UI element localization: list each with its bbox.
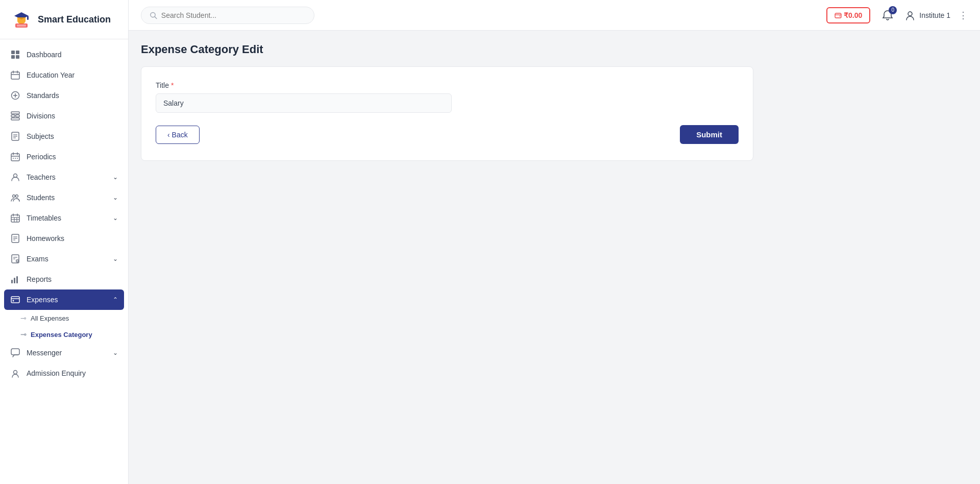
exams-icon [10, 254, 20, 264]
sidebar-item-timetables-label: Timetables [27, 214, 61, 222]
expenses-category-dot [20, 330, 27, 338]
messenger-icon [10, 348, 20, 358]
sidebar-item-students[interactable]: Students ⌄ [0, 187, 128, 208]
svg-rect-9 [11, 72, 19, 79]
sidebar-logo: Smart Education [0, 0, 128, 39]
all-expenses-dot [20, 314, 27, 322]
svg-rect-24 [11, 154, 19, 161]
header: ₹0.00 0 Institute 1 ⋮ [129, 0, 980, 31]
required-indicator: * [171, 81, 174, 89]
sidebar-item-dashboard-label: Dashboard [27, 51, 62, 59]
notification-badge: 0 [889, 6, 897, 14]
sidebar-item-subjects-label: Subjects [27, 132, 54, 140]
user-icon [905, 10, 915, 20]
svg-rect-34 [11, 215, 19, 222]
sidebar: Smart Education Dashboard Education Year… [0, 0, 129, 484]
dashboard-icon [10, 50, 20, 60]
svg-rect-17 [11, 115, 15, 117]
sidebar-item-students-label: Students [27, 193, 55, 202]
svg-rect-18 [16, 115, 19, 117]
header-right: ₹0.00 0 Institute 1 ⋮ [826, 6, 968, 25]
svg-point-28 [13, 158, 14, 159]
teachers-icon [10, 172, 20, 182]
reports-icon [10, 274, 20, 284]
sidebar-item-homeworks[interactable]: Homeworks [0, 228, 128, 249]
sidebar-item-subjects[interactable]: Subjects [0, 126, 128, 147]
svg-rect-54 [19, 275, 19, 283]
sidebar-item-education-year[interactable]: Education Year [0, 65, 128, 85]
svg-rect-6 [16, 51, 19, 54]
sidebar-item-messenger[interactable]: Messenger ⌄ [0, 343, 128, 363]
exams-chevron: ⌄ [113, 255, 118, 262]
svg-rect-7 [11, 55, 15, 59]
sidebar-item-messenger-label: Messenger [27, 349, 62, 357]
svg-point-63 [840, 15, 841, 16]
main-content: ₹0.00 0 Institute 1 ⋮ Expense Category E… [129, 0, 980, 484]
balance-button[interactable]: ₹0.00 [826, 7, 870, 23]
sidebar-item-admission-enquiry-label: Admission Enquiry [27, 369, 86, 377]
svg-point-29 [15, 158, 16, 159]
sidebar-item-exams-label: Exams [27, 255, 48, 263]
sidebar-item-teachers[interactable]: Teachers ⌄ [0, 167, 128, 187]
svg-point-64 [908, 12, 912, 16]
sidebar-item-expenses[interactable]: Expenses ⌃ [4, 289, 124, 310]
timetables-icon [10, 213, 20, 223]
form-actions: ‹ Back Submit [156, 125, 739, 144]
search-bar[interactable] [141, 7, 314, 24]
sidebar-item-expenses-category-label: Expenses Category [31, 331, 92, 338]
svg-rect-62 [835, 13, 841, 18]
sidebar-item-divisions[interactable]: Divisions [0, 106, 128, 126]
students-icon [10, 192, 20, 203]
user-menu[interactable]: Institute 1 [905, 10, 950, 20]
balance-amount: ₹0.00 [844, 11, 862, 19]
standards-icon [10, 90, 20, 101]
svg-rect-2 [27, 16, 29, 20]
calendar-icon [10, 70, 20, 80]
divisions-icon [10, 111, 20, 121]
admission-icon [10, 368, 20, 378]
title-input[interactable] [156, 93, 452, 113]
expenses-icon [10, 295, 20, 305]
sidebar-item-education-year-label: Education Year [27, 71, 75, 79]
more-menu-button[interactable]: ⋮ [959, 10, 968, 21]
page-content: Expense Category Edit Title * ‹ Back Sub… [129, 31, 980, 484]
title-form-group: Title * [156, 81, 739, 113]
sidebar-item-reports[interactable]: Reports [0, 269, 128, 289]
sidebar-item-expenses-category[interactable]: Expenses Category [20, 326, 128, 343]
svg-rect-4 [17, 25, 26, 27]
sidebar-item-timetables[interactable]: Timetables ⌄ [0, 208, 128, 228]
sidebar-item-exams[interactable]: Exams ⌄ [0, 249, 128, 269]
svg-rect-5 [11, 51, 15, 54]
back-button[interactable]: ‹ Back [156, 126, 200, 144]
sidebar-item-expenses-label: Expenses [27, 296, 58, 304]
sidebar-item-all-expenses-label: All Expenses [31, 314, 69, 322]
svg-rect-16 [11, 112, 19, 114]
svg-rect-51 [11, 280, 13, 283]
svg-rect-55 [11, 297, 19, 303]
title-label: Title * [156, 81, 739, 89]
page-title: Expense Category Edit [141, 43, 968, 56]
periodics-icon [10, 152, 20, 162]
students-chevron: ⌄ [113, 194, 118, 201]
svg-point-57 [13, 300, 14, 302]
search-input[interactable] [161, 11, 306, 19]
sidebar-item-reports-label: Reports [27, 275, 52, 283]
timetables-chevron: ⌄ [113, 214, 118, 222]
expense-category-edit-card: Title * ‹ Back Submit [141, 66, 753, 161]
sidebar-item-dashboard[interactable]: Dashboard [0, 44, 128, 65]
sidebar-item-periodics-label: Periodics [27, 153, 56, 161]
submit-button[interactable]: Submit [680, 125, 739, 144]
svg-point-33 [16, 195, 18, 198]
sidebar-item-periodics[interactable]: Periodics [0, 147, 128, 167]
svg-line-61 [155, 16, 157, 18]
svg-point-59 [14, 371, 17, 374]
sidebar-item-homeworks-label: Homeworks [27, 234, 64, 243]
sidebar-item-all-expenses[interactable]: All Expenses [20, 310, 128, 326]
sidebar-item-standards[interactable]: Standards [0, 85, 128, 106]
search-icon [150, 11, 157, 19]
sidebar-item-admission-enquiry[interactable]: Admission Enquiry [0, 363, 128, 383]
teachers-chevron: ⌄ [113, 174, 118, 181]
svg-rect-58 [11, 349, 19, 355]
homeworks-icon [10, 233, 20, 244]
notification-button[interactable]: 0 [878, 6, 897, 25]
